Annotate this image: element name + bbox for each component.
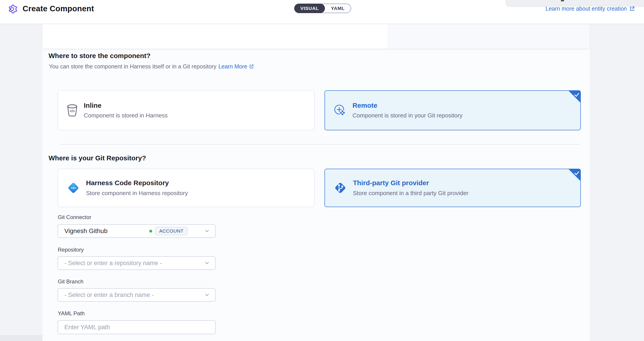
card-title: Remote [352,102,462,110]
scope-badge: ACCOUNT [155,227,188,235]
page-background-edge [0,335,42,341]
third-party-git-provider-card[interactable]: Third-party Git provider Store component… [324,169,581,207]
git-branch-placeholder: - Select or enter a branch name - [64,292,154,298]
git-branch-diamond-icon [333,181,348,195]
yaml-path-label: YAML Path [58,310,85,316]
repository-select[interactable]: - Select or enter a repository name - [58,256,216,270]
store-section-description: You can store the component in Harness i… [49,63,254,70]
connector-status-dot [149,230,152,232]
repository-placeholder: - Select or enter a repository name - [64,260,162,267]
card-title: Inline [84,102,168,110]
git-connector-value: Vignesh Github [64,228,108,235]
visual-yaml-toggle[interactable]: VISUAL YAML [294,4,351,13]
code-diamond-icon: </> [66,181,80,195]
card-title: Third-party Git provider [353,179,468,187]
remote-option-card[interactable]: Remote Component is stored in your Git r… [324,90,581,130]
circle-plus-globe-icon [333,104,347,118]
git-section-heading: Where is your Git Repository? [48,154,146,162]
learn-more-link[interactable]: Learn More [218,63,254,70]
scrolled-panel-bottom [42,24,590,48]
harness-code-repository-card[interactable]: </> Harness Code Repository Store compon… [58,169,314,207]
popup-remnant-mark [561,0,564,1]
yaml-path-input[interactable] [58,320,216,334]
external-link-icon [249,64,254,69]
card-subtitle: Component is stored in Harness [84,112,168,119]
card-title: Harness Code Repository [86,179,188,187]
section-divider [60,144,579,144]
learn-more-label: Learn More [218,63,247,70]
popup-remnant-box [506,0,644,6]
svg-text:</>: </> [70,109,75,113]
store-section-heading: Where to store the component? [48,52,150,60]
git-connector-select[interactable]: Vignesh Github ACCOUNT [58,224,216,238]
learn-more-entity-link[interactable]: Learn more about entity creation [546,6,635,12]
scrolled-panel-side-column [388,24,590,48]
database-code-icon: </> [66,104,78,117]
store-section-description-text: You can store the component in Harness i… [49,63,216,70]
learn-more-entity-label: Learn more about entity creation [546,6,627,12]
selected-check-icon [568,169,581,181]
gear-icon [6,3,18,15]
chevron-down-icon [204,228,210,234]
git-connector-label: Git Connector [58,214,91,220]
repository-label: Repository [58,246,84,253]
toggle-option-visual[interactable]: VISUAL [294,4,325,13]
git-branch-label: Git Branch [58,278,83,285]
page-title: Create Component [22,4,94,13]
card-subtitle: Store component in Harness repository [86,190,188,197]
external-link-icon [629,6,635,12]
chevron-down-icon [204,260,210,266]
selected-check-icon [568,90,581,103]
inline-option-card[interactable]: </> Inline Component is stored in Harnes… [58,90,314,130]
card-subtitle: Component is stored in your Git reposito… [352,112,462,119]
toggle-option-yaml[interactable]: YAML [325,4,351,13]
svg-text:</>: </> [71,186,76,190]
card-subtitle: Store component in a third party Git pro… [353,190,468,197]
chevron-down-icon [204,292,210,298]
git-branch-select[interactable]: - Select or enter a branch name - [58,288,216,302]
